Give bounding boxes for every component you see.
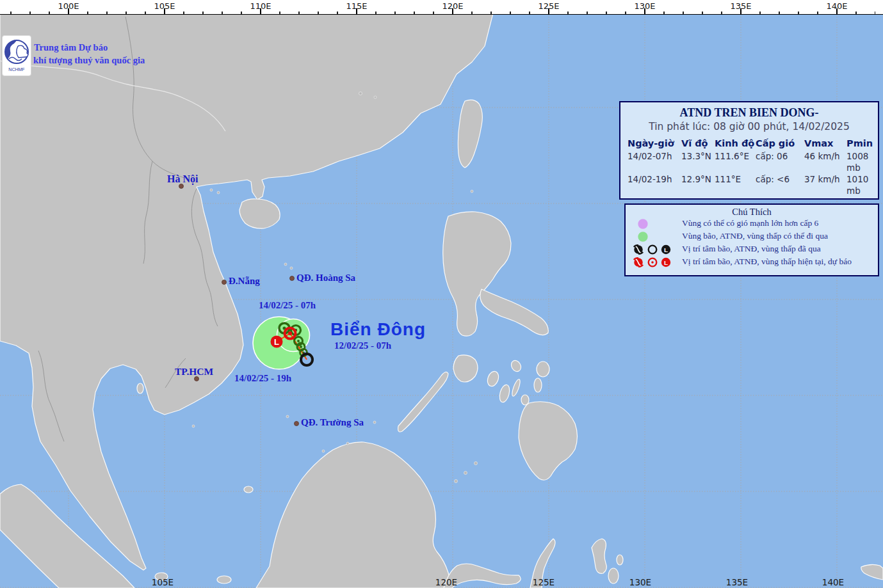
label-hanoi: Hà Nội — [167, 173, 198, 185]
current-position-dot — [288, 331, 292, 335]
nchmf-storm-forecast-map: L 100E 105E 110E 115E 120E 125E 130E 135… — [0, 0, 883, 588]
nchmf-logo-caption: NCHMF — [8, 67, 24, 72]
timestamp-current: 14/02/25 - 07h — [259, 300, 316, 311]
hoangsa-marker — [290, 276, 295, 281]
label-truong-sa: QĐ. Trường Sa — [301, 417, 364, 428]
legend-item-label: Vị trí tâm bão, ATNĐ, vùng thấp hiện tại… — [682, 257, 852, 267]
cell: 12.9°N — [681, 173, 715, 196]
low-current-disc-icon: L — [660, 257, 672, 268]
axis-label-bottom: 135E — [723, 577, 751, 587]
belitung-island — [217, 576, 231, 584]
axis-label-top: 110E — [248, 1, 273, 11]
longitude-axis-top: 100E 105E 110E 115E 120E 125E 130E 135E … — [0, 0, 883, 15]
leyte-island — [534, 378, 542, 392]
forecast-low-letter: L — [274, 337, 279, 347]
axis-label-top: 115E — [344, 1, 369, 11]
bulletin-title: ATND TREN BIEN DONG- — [620, 106, 878, 120]
halmahera-south-island — [608, 568, 619, 584]
bulletin-box: ATND TREN BIEN DONG- Tin phát lúc: 08 gi… — [619, 101, 879, 200]
nchmf-logo-emblem: NCHMF — [3, 36, 31, 75]
col-header: Kinh độ — [715, 136, 756, 150]
col-header: Vmax — [804, 136, 847, 150]
bulletin-table: Ngày-giờ Vĩ độ Kinh độ Cấp gió Vmax Pmin… — [628, 136, 878, 196]
nchmf-logo: NCHMF — [2, 35, 31, 76]
cell: 46 km/h — [804, 150, 847, 173]
bulletin-issued-time: Tin phát lúc: 08 giờ 00 phút, 14/02/2025 — [620, 121, 878, 132]
minor-ticks — [0, 12, 883, 14]
axis-label-top: 100E — [56, 1, 81, 11]
cell: 14/02-19h — [628, 173, 681, 196]
legend-item: L Vị trí tâm bão, ATNĐ, vùng thấp đã qua — [626, 243, 878, 256]
legend-item-label: Vùng có thể có gió mạnh lớn hơn cấp 6 — [682, 218, 818, 228]
legend-item: Vùng bão, ATNĐ, vùng thấp có thể đi qua — [626, 230, 878, 243]
danang-marker — [222, 280, 227, 285]
bulletin-table-row: 14/02-19h 12.9°N 111°E cấp: <6 37 km/h 1… — [628, 173, 878, 196]
bulletin-table-row: 14/02-07h 13.3°N 111.6°E cấp: 06 46 km/h… — [628, 150, 878, 173]
col-header: Pmin — [847, 136, 879, 150]
label-hoang-sa: QĐ. Hoàng Sa — [296, 273, 355, 283]
natuna-island — [244, 486, 253, 493]
legend-item: Vùng có thể có gió mạnh lớn hơn cấp 6 — [626, 218, 878, 230]
cell: 111.6°E — [715, 150, 756, 173]
depression-past-ring-icon — [647, 244, 658, 255]
axis-label-bottom: 140E — [819, 577, 847, 587]
col-header: Ngày-giờ — [628, 136, 681, 150]
phu-quoc-island — [137, 383, 143, 393]
axis-label-bottom: 120E — [432, 577, 460, 587]
bulletin-table-header: Ngày-giờ Vĩ độ Kinh độ Cấp gió Vmax Pmin — [628, 136, 878, 150]
cell: 13.3°N — [681, 150, 715, 173]
morotai-island — [617, 555, 623, 565]
axis-label-top: 130E — [632, 1, 658, 11]
org-name-line2: khí tượng thuỷ văn quốc gia — [33, 55, 145, 66]
legend-box: Chú Thích Vùng có thể có gió mạnh lớn hơ… — [624, 203, 879, 276]
cell: cấp: <6 — [756, 173, 804, 196]
depression-current-ring-icon — [647, 257, 658, 268]
basemap: L — [0, 0, 883, 588]
mindoro-island — [453, 355, 478, 382]
typhoon-past-icon — [633, 244, 644, 255]
label-danang: Đ.Nẵng — [229, 276, 260, 287]
cell: 1008 mb — [847, 150, 879, 173]
axis-label-top: 140E — [824, 1, 850, 11]
col-header: Cấp gió — [756, 136, 804, 150]
axis-label-top: 135E — [728, 1, 754, 11]
legend-item-label: Vị trí tâm bão, ATNĐ, vùng thấp đã qua — [682, 244, 821, 254]
wind-area-circle-icon — [637, 218, 649, 230]
storm-pass-area-circle-icon — [637, 231, 649, 242]
timestamp-forecast: 14/02/25 - 19h — [234, 373, 291, 384]
label-bien-dong: Biển Đông — [330, 319, 426, 340]
typhoon-current-icon — [633, 257, 644, 268]
org-name-line1: Trung tâm Dự báo — [34, 42, 108, 53]
legend-title: Chú Thích — [626, 207, 878, 218]
low-letter: L — [664, 246, 668, 253]
truongsa-marker — [295, 422, 299, 426]
axis-label-bottom: 125E — [530, 577, 558, 587]
axis-label-top: 120E — [440, 1, 466, 11]
cell: 14/02-07h — [628, 150, 681, 173]
timestamp-past: 12/02/25 - 07h — [334, 340, 391, 351]
legend-item-label: Vùng bão, ATNĐ, vùng thấp có thể đi qua — [682, 231, 828, 241]
cell: 37 km/h — [804, 173, 847, 196]
axis-label-bottom: 130E — [626, 577, 654, 587]
cell: 1010 mb — [847, 173, 879, 196]
low-past-disc-icon: L — [660, 244, 672, 255]
col-header: Vĩ độ — [681, 136, 715, 150]
axis-label-top: 125E — [536, 1, 562, 11]
axis-label-top: 105E — [152, 1, 177, 11]
label-hcm: TP.HCM — [175, 366, 213, 377]
legend-item: L Vị trí tâm bão, ATNĐ, vùng thấp hiện t… — [626, 256, 878, 269]
low-letter: L — [664, 259, 668, 266]
cell: 111°E — [715, 173, 756, 196]
axis-label-bottom: 105E — [149, 577, 177, 587]
cell: cấp: 06 — [756, 150, 804, 173]
samar-island — [537, 362, 549, 377]
